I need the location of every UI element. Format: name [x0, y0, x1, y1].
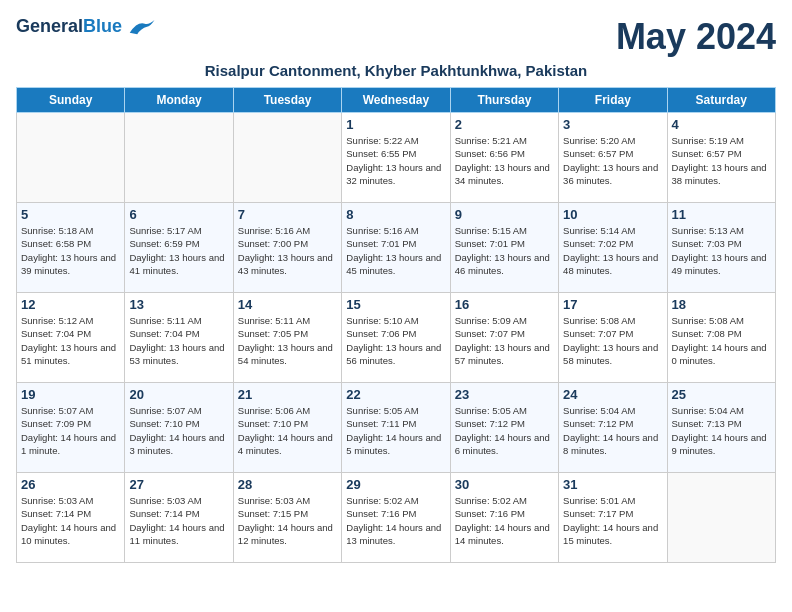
calendar-day-cell: 26Sunrise: 5:03 AMSunset: 7:14 PMDayligh…: [17, 473, 125, 563]
day-info: Sunrise: 5:08 AMSunset: 7:08 PMDaylight:…: [672, 314, 771, 367]
day-number: 8: [346, 207, 445, 222]
day-info: Sunrise: 5:15 AMSunset: 7:01 PMDaylight:…: [455, 224, 554, 277]
day-info: Sunrise: 5:01 AMSunset: 7:17 PMDaylight:…: [563, 494, 662, 547]
day-number: 27: [129, 477, 228, 492]
logo-general: General: [16, 16, 83, 36]
calendar-day-cell: [17, 113, 125, 203]
calendar-day-cell: 2Sunrise: 5:21 AMSunset: 6:56 PMDaylight…: [450, 113, 558, 203]
day-number: 16: [455, 297, 554, 312]
calendar-day-cell: 10Sunrise: 5:14 AMSunset: 7:02 PMDayligh…: [559, 203, 667, 293]
day-info: Sunrise: 5:11 AMSunset: 7:04 PMDaylight:…: [129, 314, 228, 367]
day-number: 19: [21, 387, 120, 402]
weekday-header: Friday: [559, 88, 667, 113]
day-number: 18: [672, 297, 771, 312]
calendar-day-cell: 28Sunrise: 5:03 AMSunset: 7:15 PMDayligh…: [233, 473, 341, 563]
day-info: Sunrise: 5:13 AMSunset: 7:03 PMDaylight:…: [672, 224, 771, 277]
weekday-header: Sunday: [17, 88, 125, 113]
calendar-day-cell: 1Sunrise: 5:22 AMSunset: 6:55 PMDaylight…: [342, 113, 450, 203]
day-number: 9: [455, 207, 554, 222]
calendar-day-cell: [667, 473, 775, 563]
calendar-day-cell: 19Sunrise: 5:07 AMSunset: 7:09 PMDayligh…: [17, 383, 125, 473]
calendar-day-cell: [233, 113, 341, 203]
day-number: 26: [21, 477, 120, 492]
calendar-day-cell: [125, 113, 233, 203]
weekday-header: Monday: [125, 88, 233, 113]
weekday-header: Thursday: [450, 88, 558, 113]
page-header: GeneralBlue May 2024: [16, 16, 776, 58]
day-number: 2: [455, 117, 554, 132]
logo-blue: Blue: [83, 16, 122, 36]
calendar-day-cell: 24Sunrise: 5:04 AMSunset: 7:12 PMDayligh…: [559, 383, 667, 473]
day-info: Sunrise: 5:02 AMSunset: 7:16 PMDaylight:…: [346, 494, 445, 547]
calendar-day-cell: 14Sunrise: 5:11 AMSunset: 7:05 PMDayligh…: [233, 293, 341, 383]
day-info: Sunrise: 5:07 AMSunset: 7:10 PMDaylight:…: [129, 404, 228, 457]
calendar-day-cell: 12Sunrise: 5:12 AMSunset: 7:04 PMDayligh…: [17, 293, 125, 383]
day-number: 25: [672, 387, 771, 402]
day-info: Sunrise: 5:10 AMSunset: 7:06 PMDaylight:…: [346, 314, 445, 367]
day-info: Sunrise: 5:19 AMSunset: 6:57 PMDaylight:…: [672, 134, 771, 187]
day-info: Sunrise: 5:12 AMSunset: 7:04 PMDaylight:…: [21, 314, 120, 367]
calendar-day-cell: 13Sunrise: 5:11 AMSunset: 7:04 PMDayligh…: [125, 293, 233, 383]
calendar-day-cell: 5Sunrise: 5:18 AMSunset: 6:58 PMDaylight…: [17, 203, 125, 293]
calendar-day-cell: 15Sunrise: 5:10 AMSunset: 7:06 PMDayligh…: [342, 293, 450, 383]
day-number: 6: [129, 207, 228, 222]
day-info: Sunrise: 5:14 AMSunset: 7:02 PMDaylight:…: [563, 224, 662, 277]
calendar-day-cell: 23Sunrise: 5:05 AMSunset: 7:12 PMDayligh…: [450, 383, 558, 473]
weekday-header: Wednesday: [342, 88, 450, 113]
day-info: Sunrise: 5:07 AMSunset: 7:09 PMDaylight:…: [21, 404, 120, 457]
calendar-day-cell: 6Sunrise: 5:17 AMSunset: 6:59 PMDaylight…: [125, 203, 233, 293]
day-number: 10: [563, 207, 662, 222]
day-info: Sunrise: 5:05 AMSunset: 7:12 PMDaylight:…: [455, 404, 554, 457]
day-number: 12: [21, 297, 120, 312]
calendar-day-cell: 31Sunrise: 5:01 AMSunset: 7:17 PMDayligh…: [559, 473, 667, 563]
day-info: Sunrise: 5:02 AMSunset: 7:16 PMDaylight:…: [455, 494, 554, 547]
calendar-week-row: 26Sunrise: 5:03 AMSunset: 7:14 PMDayligh…: [17, 473, 776, 563]
day-number: 20: [129, 387, 228, 402]
calendar-day-cell: 4Sunrise: 5:19 AMSunset: 6:57 PMDaylight…: [667, 113, 775, 203]
day-number: 5: [21, 207, 120, 222]
calendar-day-cell: 30Sunrise: 5:02 AMSunset: 7:16 PMDayligh…: [450, 473, 558, 563]
day-info: Sunrise: 5:03 AMSunset: 7:15 PMDaylight:…: [238, 494, 337, 547]
calendar-day-cell: 17Sunrise: 5:08 AMSunset: 7:07 PMDayligh…: [559, 293, 667, 383]
day-info: Sunrise: 5:08 AMSunset: 7:07 PMDaylight:…: [563, 314, 662, 367]
calendar-day-cell: 20Sunrise: 5:07 AMSunset: 7:10 PMDayligh…: [125, 383, 233, 473]
weekday-header-row: SundayMondayTuesdayWednesdayThursdayFrid…: [17, 88, 776, 113]
day-info: Sunrise: 5:04 AMSunset: 7:12 PMDaylight:…: [563, 404, 662, 457]
weekday-header: Saturday: [667, 88, 775, 113]
day-info: Sunrise: 5:06 AMSunset: 7:10 PMDaylight:…: [238, 404, 337, 457]
day-number: 22: [346, 387, 445, 402]
day-number: 21: [238, 387, 337, 402]
day-info: Sunrise: 5:04 AMSunset: 7:13 PMDaylight:…: [672, 404, 771, 457]
day-number: 24: [563, 387, 662, 402]
day-number: 1: [346, 117, 445, 132]
day-number: 15: [346, 297, 445, 312]
calendar-day-cell: 8Sunrise: 5:16 AMSunset: 7:01 PMDaylight…: [342, 203, 450, 293]
calendar-day-cell: 11Sunrise: 5:13 AMSunset: 7:03 PMDayligh…: [667, 203, 775, 293]
day-info: Sunrise: 5:21 AMSunset: 6:56 PMDaylight:…: [455, 134, 554, 187]
calendar-week-row: 19Sunrise: 5:07 AMSunset: 7:09 PMDayligh…: [17, 383, 776, 473]
calendar-day-cell: 21Sunrise: 5:06 AMSunset: 7:10 PMDayligh…: [233, 383, 341, 473]
day-number: 17: [563, 297, 662, 312]
day-info: Sunrise: 5:03 AMSunset: 7:14 PMDaylight:…: [21, 494, 120, 547]
day-info: Sunrise: 5:18 AMSunset: 6:58 PMDaylight:…: [21, 224, 120, 277]
calendar-week-row: 5Sunrise: 5:18 AMSunset: 6:58 PMDaylight…: [17, 203, 776, 293]
calendar-day-cell: 25Sunrise: 5:04 AMSunset: 7:13 PMDayligh…: [667, 383, 775, 473]
day-number: 7: [238, 207, 337, 222]
logo-bird-icon: [126, 17, 156, 37]
day-number: 29: [346, 477, 445, 492]
calendar-day-cell: 3Sunrise: 5:20 AMSunset: 6:57 PMDaylight…: [559, 113, 667, 203]
day-info: Sunrise: 5:16 AMSunset: 7:01 PMDaylight:…: [346, 224, 445, 277]
day-info: Sunrise: 5:11 AMSunset: 7:05 PMDaylight:…: [238, 314, 337, 367]
day-info: Sunrise: 5:03 AMSunset: 7:14 PMDaylight:…: [129, 494, 228, 547]
calendar-day-cell: 9Sunrise: 5:15 AMSunset: 7:01 PMDaylight…: [450, 203, 558, 293]
day-number: 23: [455, 387, 554, 402]
day-number: 4: [672, 117, 771, 132]
calendar-subtitle: Risalpur Cantonment, Khyber Pakhtunkhwa,…: [16, 62, 776, 79]
calendar-day-cell: 27Sunrise: 5:03 AMSunset: 7:14 PMDayligh…: [125, 473, 233, 563]
logo: GeneralBlue: [16, 16, 156, 37]
day-info: Sunrise: 5:09 AMSunset: 7:07 PMDaylight:…: [455, 314, 554, 367]
day-info: Sunrise: 5:22 AMSunset: 6:55 PMDaylight:…: [346, 134, 445, 187]
day-number: 13: [129, 297, 228, 312]
calendar-week-row: 12Sunrise: 5:12 AMSunset: 7:04 PMDayligh…: [17, 293, 776, 383]
day-number: 30: [455, 477, 554, 492]
